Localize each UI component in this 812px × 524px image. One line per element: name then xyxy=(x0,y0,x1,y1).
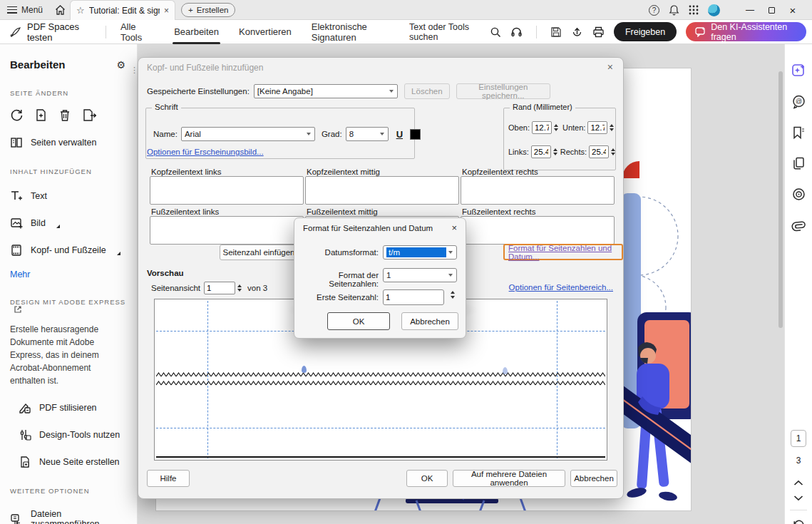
margin-right-input[interactable] xyxy=(589,145,609,158)
margin-top-input[interactable] xyxy=(532,121,552,134)
header-right-input[interactable] xyxy=(461,176,615,205)
window-close-icon[interactable]: × xyxy=(782,0,803,20)
margin-left-input[interactable] xyxy=(531,145,551,158)
gear-icon[interactable]: ⚙ xyxy=(116,59,125,71)
bookmark-icon[interactable] xyxy=(791,125,806,140)
chevron-down-icon xyxy=(389,90,394,93)
sidebar-item-text[interactable]: Text xyxy=(10,190,127,202)
header-center-input[interactable] xyxy=(305,176,459,205)
vertical-scrollbar[interactable] xyxy=(778,71,783,328)
page-thumbnails-icon[interactable] xyxy=(791,156,806,170)
cancel-button[interactable]: Abbrechen xyxy=(570,470,617,487)
format-cancel-button[interactable]: Abbrechen xyxy=(401,312,458,330)
page-range-options-link[interactable]: Optionen für Seitenbereich... xyxy=(509,283,613,292)
first-page-label: Erste Seitenzahl: xyxy=(299,293,379,302)
sidebar-item-kopf-fusszeile[interactable]: Kopf- und Fußzeile xyxy=(10,244,127,257)
margin-right-spinner[interactable] xyxy=(611,148,615,156)
ai-assistant-icon[interactable] xyxy=(791,63,806,78)
page-view-label: Seitenansicht xyxy=(151,284,200,292)
font-group-label: Schrift xyxy=(152,103,181,111)
add-image-icon xyxy=(10,217,23,230)
nav-bearbeiten[interactable]: Bearbeiten xyxy=(164,20,229,44)
sidebar-item-bild[interactable]: Bild xyxy=(10,217,127,230)
font-size-label: Grad: xyxy=(322,130,342,138)
sidebar-item-pdf-stilisieren[interactable]: PDF stilisieren xyxy=(19,401,127,414)
ok-button[interactable]: OK xyxy=(406,470,448,487)
appearance-options-link[interactable]: Optionen für Erscheinungsbild... xyxy=(147,148,264,156)
footer-left-input[interactable] xyxy=(150,216,304,245)
saved-settings-select[interactable]: [Keine Angabe] xyxy=(254,84,398,98)
format-ok-button[interactable]: OK xyxy=(327,312,390,330)
dialog-close-icon[interactable]: × xyxy=(607,61,613,73)
apply-multiple-button[interactable]: Auf mehrere Dateien anwenden xyxy=(453,470,565,487)
sidebar-item-seiten-verwalten[interactable]: Seiten verwalten xyxy=(10,136,127,149)
destinations-target-icon[interactable] xyxy=(791,187,806,202)
notifications-bell-icon[interactable] xyxy=(669,4,679,16)
margin-left-spinner[interactable] xyxy=(553,148,557,156)
first-page-spinner[interactable] xyxy=(451,291,455,299)
save-settings-button[interactable]: Einstellungen speichern... xyxy=(456,83,550,99)
page-view-spinner[interactable] xyxy=(237,284,242,292)
quill-pen-icon xyxy=(10,26,22,38)
footer-right-input[interactable] xyxy=(461,216,615,245)
save-icon[interactable] xyxy=(550,26,562,38)
nav-alle-tools[interactable]: Alle Tools xyxy=(111,20,164,44)
delete-settings-button[interactable]: Löschen xyxy=(404,83,450,99)
restore-icon[interactable] xyxy=(761,0,782,20)
help-icon[interactable]: ? xyxy=(649,5,659,16)
comments-icon[interactable]: @ xyxy=(791,94,806,109)
attachments-paperclip-icon[interactable] xyxy=(791,218,806,232)
chevron-down-icon[interactable] xyxy=(793,495,803,501)
first-page-input[interactable] xyxy=(383,289,444,305)
rotate-page-icon[interactable] xyxy=(793,519,805,524)
page-view-input[interactable] xyxy=(204,282,235,294)
delete-pages-icon[interactable] xyxy=(58,108,71,122)
more-link[interactable]: Mehr xyxy=(10,269,127,279)
extract-pages-icon[interactable] xyxy=(82,108,96,122)
margin-top-label: Oben: xyxy=(508,123,530,132)
insert-pages-icon[interactable] xyxy=(34,108,48,122)
margin-bottom-input[interactable] xyxy=(587,121,607,134)
search-box[interactable]: Text oder Tools suchen xyxy=(409,22,501,42)
sidebar-item-design-tools[interactable]: Design-Tools nutzen xyxy=(19,428,127,441)
share-button[interactable]: Freigeben xyxy=(614,22,677,41)
format-dialog-close-icon[interactable]: × xyxy=(451,222,457,233)
font-size-select[interactable]: 8 xyxy=(346,127,389,141)
chevron-up-icon[interactable] xyxy=(793,480,803,486)
minimize-icon[interactable]: — xyxy=(739,0,761,20)
font-name-select[interactable]: Arial xyxy=(181,127,315,141)
insert-page-number-button[interactable]: Seitenzahl einfügen xyxy=(220,245,298,260)
print-icon[interactable] xyxy=(592,26,605,38)
menu-button[interactable]: Menü xyxy=(0,0,50,20)
date-format-select[interactable]: t/m xyxy=(383,245,457,260)
margin-bottom-spinner[interactable] xyxy=(610,124,614,132)
create-tab-button[interactable]: + Erstellen xyxy=(181,3,235,17)
current-page-box[interactable]: 1 xyxy=(791,430,806,447)
pdf-spaces-button[interactable]: PDF Spaces testen xyxy=(0,21,101,43)
margins-group-label: Rand (Millimeter) xyxy=(510,103,575,111)
sidebar-item-dateien-zusammenfuehren[interactable]: Dateien zusammenführen xyxy=(10,509,127,524)
hamburger-menu-icon xyxy=(7,6,17,14)
font-color-swatch[interactable] xyxy=(410,129,421,140)
ai-assistant-button[interactable]: Den KI-Assistenten fragen xyxy=(686,22,806,41)
rotate-pages-icon[interactable] xyxy=(10,108,24,122)
page-view-row: Seitenansicht von 3 xyxy=(151,282,267,294)
pdf-spaces-label: PDF Spaces testen xyxy=(27,21,93,43)
home-button[interactable] xyxy=(50,0,70,20)
page-format-select[interactable]: 1 xyxy=(383,268,457,282)
nav-elektronische-signaturen[interactable]: Elektronische Signaturen xyxy=(302,20,409,44)
upload-cloud-icon[interactable] xyxy=(571,26,583,38)
star-icon[interactable]: ☆ xyxy=(76,5,85,16)
sidebar-item-neue-seite[interactable]: Neue Seite erstellen xyxy=(19,456,127,468)
tab-close-icon[interactable]: × xyxy=(164,6,169,16)
document-tab[interactable]: ☆ Tutorial: Edit & sign ... × xyxy=(70,0,175,20)
margin-top-spinner[interactable] xyxy=(554,124,558,132)
nav-konvertieren[interactable]: Konvertieren xyxy=(229,20,302,44)
user-avatar[interactable] xyxy=(708,4,720,16)
header-left-input[interactable] xyxy=(150,176,304,205)
underline-button[interactable]: U xyxy=(396,129,403,140)
apps-grid-icon[interactable] xyxy=(689,5,699,15)
page-number-format-link[interactable]: Format für Seitenzahlen und Datum... xyxy=(508,244,618,261)
help-button[interactable]: Hilfe xyxy=(147,470,190,487)
read-aloud-headphones-icon[interactable] xyxy=(510,26,523,38)
